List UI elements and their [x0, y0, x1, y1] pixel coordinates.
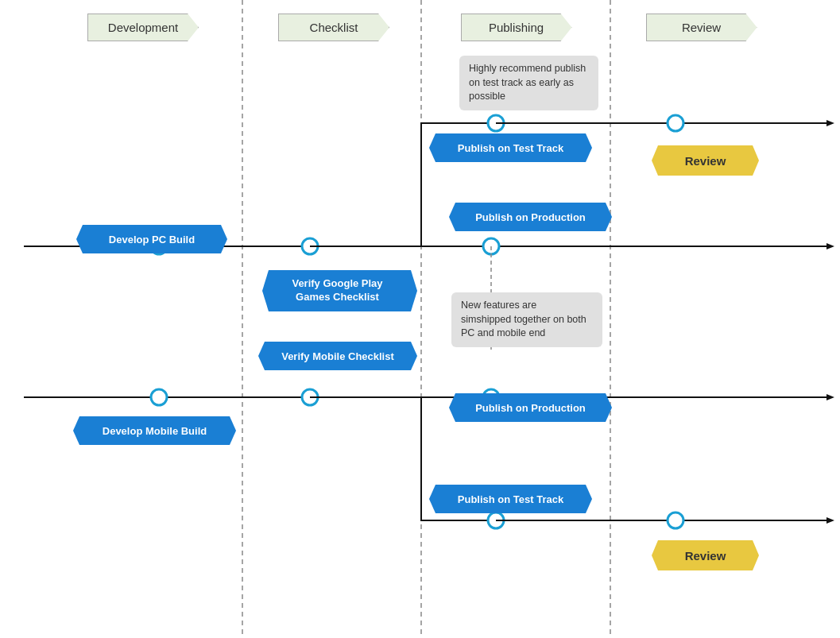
col-header-development: Development: [64, 14, 223, 41]
diagram: Development Checklist Publishing Review …: [0, 0, 840, 638]
note-simshipped: New features aresimshipped together on b…: [451, 292, 602, 347]
col-header-review: Review: [636, 14, 767, 41]
task-publish-prod-2: Publish on Production: [449, 393, 612, 422]
task-verify-mobile: Verify Mobile Checklist: [258, 342, 417, 370]
col-header-checklist: Checklist: [262, 14, 405, 41]
svg-marker-11: [826, 120, 834, 126]
col-header-publishing-label: Publishing: [461, 14, 572, 41]
svg-point-16: [151, 389, 167, 405]
col-header-review-label: Review: [646, 14, 757, 41]
svg-marker-4: [826, 243, 834, 249]
col-header-development-label: Development: [87, 14, 199, 41]
col-header-publishing: Publishing: [443, 14, 590, 41]
review-label-1: Review: [652, 145, 759, 176]
note-recommend: Highly recommend publish on test track a…: [459, 56, 598, 110]
task-publish-prod-1: Publish on Production: [449, 203, 612, 231]
svg-point-12: [668, 115, 683, 131]
task-develop-pc: Develop PC Build: [76, 225, 227, 253]
task-publish-test-2: Publish on Test Track: [429, 485, 592, 513]
review-label-2: Review: [652, 540, 759, 570]
svg-marker-22: [826, 517, 834, 524]
task-publish-test-1: Publish on Test Track: [429, 133, 592, 162]
svg-point-23: [668, 512, 683, 528]
svg-marker-15: [826, 394, 834, 400]
col-header-checklist-label: Checklist: [278, 14, 389, 41]
task-develop-mobile: Develop Mobile Build: [73, 416, 236, 445]
task-verify-google: Verify Google PlayGames Checklist: [262, 270, 417, 311]
